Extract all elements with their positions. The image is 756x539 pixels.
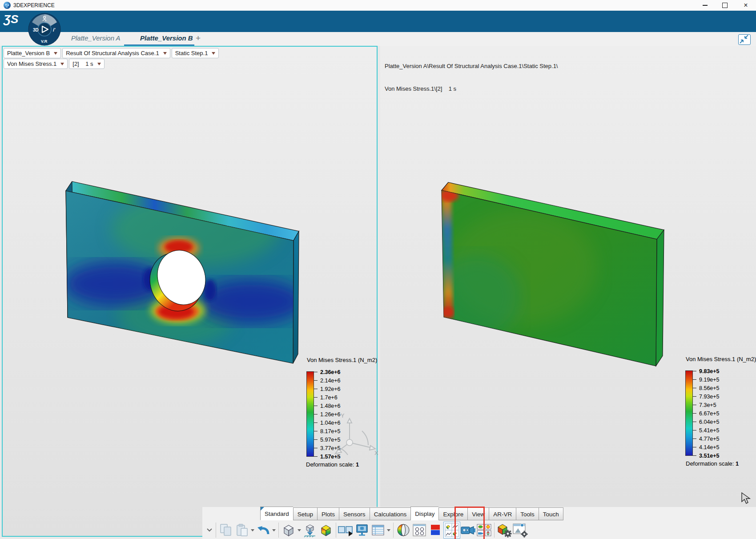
window-title-bar: 3DEXPERIENCE × — [0, 0, 756, 11]
legend-value: 5.41e+5 — [699, 427, 720, 434]
toolbar-tab-calculations[interactable]: Calculations — [370, 507, 411, 520]
close-button[interactable]: × — [738, 0, 753, 11]
legend-value: 1.92e+6 — [320, 386, 341, 392]
minimize-button[interactable] — [697, 0, 712, 11]
dassault-systemes-logo: ƷS — [4, 12, 24, 30]
dropdown-caret-icon — [60, 63, 64, 65]
model-selector[interactable]: Platte_Version B — [4, 48, 61, 58]
legend-value: 9.83e+5 — [699, 368, 720, 374]
legend-value: 1.7e+6 — [320, 394, 338, 401]
list-view-icon[interactable] — [370, 522, 386, 538]
paste-icon[interactable] — [234, 522, 250, 538]
toolbar-tab-plots[interactable]: Plots — [317, 507, 339, 520]
plate-model-version-a[interactable] — [437, 179, 671, 371]
undo-icon[interactable] — [255, 522, 271, 538]
toolbar-tab-standard[interactable]: Standard — [260, 507, 293, 520]
legend-title: Von Mises Stress.1 (N_m2) — [686, 356, 756, 362]
legend-labels: 9.83e+5 9.19e+5 8.56e+5 7.93e+5 7.3e+5 6… — [693, 367, 720, 460]
triad-z-label: Z — [336, 453, 340, 459]
toolbar-tab-sensors[interactable]: Sensors — [339, 507, 370, 520]
app-icon — [4, 2, 11, 9]
application-window: 3DEXPERIENCE × ƷS 3D i' V.R 3DEXPERIENCE… — [0, 0, 756, 539]
deformation-scale: Deformation scale: 1 — [686, 460, 739, 467]
dropdown-caret-icon — [97, 63, 101, 65]
tab-platte-version-b[interactable]: Platte_Version B — [140, 34, 193, 42]
import-results-icon[interactable] — [302, 522, 318, 538]
animation-frames-icon[interactable] — [338, 522, 354, 538]
legend-value: 3.51e+5 — [699, 453, 720, 459]
toolbar-tab-tools[interactable]: Tools — [516, 507, 539, 520]
highlight-annotation-box — [454, 507, 485, 539]
document-tab-row: Platte_Version A Platte_Version B + — [0, 32, 756, 46]
legend-value: 2.36e+6 — [320, 369, 341, 375]
legend-value: 4.77e+5 — [699, 436, 720, 442]
legend-colorbar — [306, 371, 314, 457]
plot-layout-icon[interactable] — [411, 522, 427, 538]
toolbar-tab-display[interactable]: Display — [410, 507, 438, 520]
remote-display-icon[interactable] — [354, 522, 370, 538]
window-title: 3DEXPERIENCE — [13, 2, 55, 8]
legend-value: 7.93e+5 — [699, 394, 720, 400]
results-options-icon[interactable] — [496, 522, 512, 538]
dropdown-caret-icon — [163, 52, 167, 55]
triad-y-label: Y — [341, 412, 345, 419]
new-tab-button[interactable]: + — [196, 33, 201, 43]
toolbar-tab-ar-vr[interactable]: AR-VR — [489, 507, 516, 520]
frame-selector[interactable]: [2] 1 s — [69, 59, 104, 69]
toolbar-tab-touch[interactable]: Touch — [539, 507, 563, 520]
tab-platte-version-a[interactable]: Platte_Version A — [71, 34, 121, 42]
legend-value: 9.19e+5 — [699, 377, 720, 383]
undo-history-caret-icon[interactable] — [272, 529, 276, 531]
contour-plot-part-icon[interactable] — [318, 522, 334, 538]
toolbar-overflow-chevron-icon[interactable] — [205, 522, 214, 538]
step-selector[interactable]: Static Step.1 — [172, 48, 219, 58]
model-part-caret-icon[interactable] — [298, 529, 301, 531]
3dexperience-compass[interactable]: 3D i' V.R — [28, 12, 61, 46]
field-selector[interactable]: Von Mises Stress.1 — [4, 59, 68, 69]
image-settings-icon[interactable] — [512, 522, 528, 538]
section-cut-icon[interactable] — [395, 522, 411, 538]
legend-value: 2.14e+6 — [320, 378, 341, 384]
legend-value: 6.67e+5 — [699, 410, 720, 417]
mouse-cursor — [741, 492, 752, 504]
triad-x-label: X — [374, 450, 378, 456]
contour-legend-icon[interactable] — [427, 522, 443, 538]
legend-value: 7.3e+5 — [699, 402, 716, 408]
deformation-scale: Deformation scale: 1 — [306, 461, 359, 468]
legend-value: 6.04e+5 — [699, 419, 720, 425]
legend-title: Von Mises Stress.1 (N_m2) — [307, 357, 377, 363]
legend-value: 4.14e+5 — [699, 444, 720, 451]
exit-fullscreen-icon[interactable] — [738, 34, 751, 45]
viewport-platte-version-a[interactable]: Platte_Version A\Result Of Structural An… — [380, 46, 756, 539]
dropdown-caret-icon — [54, 52, 57, 55]
toolbar-tab-setup[interactable]: Setup — [293, 507, 317, 520]
maximize-button[interactable] — [717, 0, 732, 11]
result-selector[interactable]: Result Of Structural Analysis Case.1 — [62, 48, 170, 58]
plate-model-version-b[interactable] — [62, 178, 305, 371]
legend-value: 1.48e+6 — [320, 403, 341, 409]
legend-value: 8.56e+5 — [699, 385, 720, 391]
app-header-bar — [0, 11, 756, 32]
list-view-caret-icon[interactable] — [387, 529, 390, 531]
copy-icon[interactable] — [218, 522, 234, 538]
dropdown-caret-icon — [212, 52, 215, 55]
compass-east-label: i' — [53, 28, 56, 32]
active-tab-underline — [124, 44, 194, 46]
toolbar-tab-strip: Standard Setup Plots Sensors Calculation… — [260, 507, 563, 520]
viewport-platte-version-b[interactable]: Platte_Version B Result Of Structural An… — [2, 46, 378, 537]
paste-options-caret-icon[interactable] — [251, 529, 254, 531]
legend-colorbar — [685, 370, 693, 456]
axis-triad: Y X Z — [327, 412, 378, 459]
model-part-icon[interactable] — [281, 522, 297, 538]
compass-west-label: 3D — [33, 28, 39, 32]
result-path-text: Platte_Version A\Result Of Structural An… — [385, 47, 558, 108]
compass-south-label: V.R — [41, 39, 48, 44]
